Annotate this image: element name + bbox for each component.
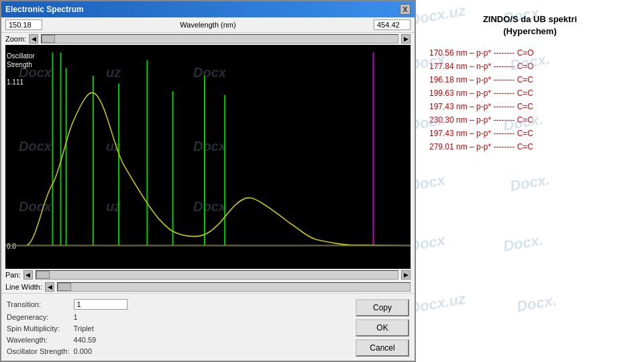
transition-input[interactable]: [74, 299, 127, 310]
pan-thumb[interactable]: [36, 271, 50, 279]
spectrum-entry-7: 279.01 nm – p-p* -------- C=C: [429, 142, 631, 152]
wm-9: Docx: [416, 232, 447, 255]
wavelength-right-input[interactable]: [374, 19, 411, 30]
linewidth-bar: Line Width: ◀: [1, 281, 415, 294]
spin-value: Triplet: [74, 324, 207, 333]
window-title: Electronic Spectrum: [5, 5, 84, 14]
buttons-panel: Copy OK Cancel: [209, 298, 409, 357]
zoom-left-arrow[interactable]: ◀: [29, 34, 38, 44]
degeneracy-value: 1: [74, 313, 207, 321]
electronic-spectrum-window: Electronic Spectrum X Wavelength (nm) Zo…: [0, 0, 416, 362]
spectrum-entry-0: 170.56 nm – p-p* -------- C=O: [429, 48, 631, 58]
pan-bar: Pan: ◀ ▶: [1, 269, 415, 281]
pan-label: Pan:: [5, 271, 21, 279]
copy-button[interactable]: Copy: [356, 299, 409, 316]
title-bar: Electronic Spectrum X: [1, 1, 415, 17]
pan-right-arrow[interactable]: ▶: [401, 270, 411, 280]
wavelength-left-input[interactable]: [5, 19, 42, 30]
linewidth-thumb[interactable]: [58, 283, 71, 291]
chart-area: Docx uz Docx Docx uz Docx Docx uz Docx O…: [5, 45, 411, 269]
right-panel: Docx.uz Docx. Docx Docx. Docx Docx. Docx…: [416, 0, 644, 362]
linewidth-left-arrow[interactable]: ◀: [45, 282, 54, 292]
wm-12: Docx.: [515, 292, 558, 316]
right-title-line1: ZINDO/S da UB spektri: [429, 13, 631, 25]
chart-svg: [5, 45, 411, 269]
linewidth-track[interactable]: [57, 282, 411, 292]
zoom-right-arrow[interactable]: ▶: [401, 34, 411, 44]
wm-10: Docx.: [502, 231, 545, 255]
transition-label: Transition:: [7, 300, 70, 308]
zoom-thumb[interactable]: [42, 35, 55, 43]
spectrum-entry-1: 177.84 nm – n-p* -------- C=O: [429, 62, 631, 71]
wavelength-bar: Wavelength (nm): [1, 17, 415, 33]
spectrum-entries: 170.56 nm – p-p* -------- C=O177.84 nm –…: [429, 48, 631, 156]
degeneracy-label: Degeneracy:: [7, 313, 70, 321]
spectrum-entry-3: 199.63 nm – p-p* -------- C=C: [429, 88, 631, 98]
wm-8: Docx.: [508, 171, 551, 195]
osc-info-label: Oscillator Strength:: [7, 347, 70, 355]
spectrum-entry-6: 197.43 nm – p-p* -------- C=C: [429, 129, 631, 138]
wm-7: Docx: [416, 172, 447, 195]
osc-info-value: 0.000: [74, 347, 207, 355]
wavelength-info-value: 440.59: [74, 336, 207, 344]
ok-button[interactable]: OK: [356, 319, 409, 337]
pan-left-arrow[interactable]: ◀: [23, 270, 33, 280]
cancel-button[interactable]: Cancel: [356, 339, 409, 357]
zoom-track[interactable]: [41, 34, 398, 44]
wavelength-label: Wavelength (nm): [45, 21, 371, 29]
right-title-line2: (Hyperchem): [429, 25, 631, 38]
right-panel-title: ZINDO/S da UB spektri (Hyperchem): [429, 13, 631, 38]
zoom-label: Zoom:: [5, 35, 26, 43]
spin-label: Spin Multiplicity:: [7, 324, 70, 333]
bottom-panel: Transition: Degeneracy: 1 Spin Multiplic…: [1, 294, 415, 361]
spectrum-entry-4: 197.43 nm – p-p* -------- C=C: [429, 102, 631, 111]
close-button[interactable]: X: [400, 4, 411, 15]
zoom-bar: Zoom: ◀ ▶: [1, 33, 415, 45]
info-grid: Transition: Degeneracy: 1 Spin Multiplic…: [7, 298, 207, 357]
linewidth-label: Line Width:: [5, 283, 42, 291]
pan-track[interactable]: [36, 270, 398, 280]
wavelength-info-label: Wavelength:: [7, 336, 70, 344]
spectrum-entry-2: 196.18 nm – p-p* -------- C=C: [429, 75, 631, 84]
wm-11: Docx.uz: [416, 290, 467, 317]
spectrum-entry-5: 230.30 nm – p-p* -------- C=C: [429, 115, 631, 125]
